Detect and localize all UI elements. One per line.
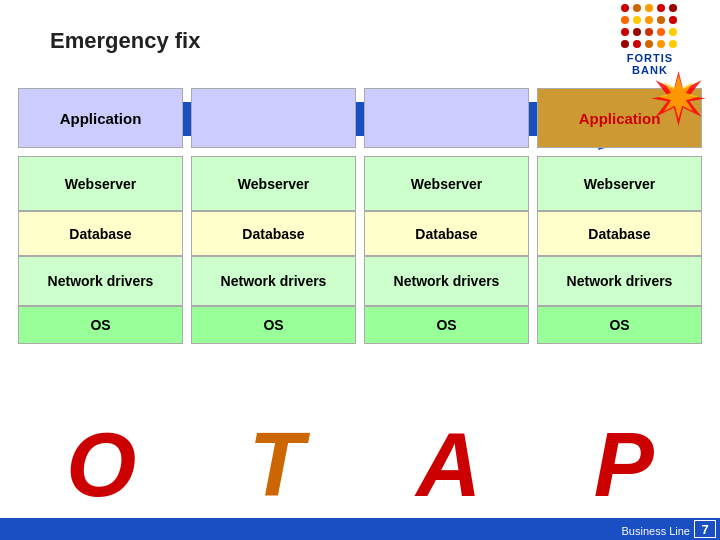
os-cell-col3: OS [364, 306, 529, 344]
network-cell-col2: Network drivers [191, 256, 356, 306]
network-cell-col4: Network drivers [537, 256, 702, 306]
database-cell-col4: Database [537, 211, 702, 256]
webserver-cell-col2: Webserver [191, 156, 356, 211]
logo-text-line2: BANK [632, 64, 668, 76]
svg-marker-2 [658, 76, 698, 119]
app-cell-col1: Application [18, 88, 183, 148]
database-cell-col2: Database [191, 211, 356, 256]
letter-a: A [416, 420, 481, 510]
letter-p: P [594, 420, 654, 510]
webserver-cell-col1: Webserver [18, 156, 183, 211]
column-4-highlighted: Webserver Database Network drivers OS [537, 156, 702, 398]
business-line-label: Business Line [622, 525, 691, 537]
webserver-cell-col3: Webserver [364, 156, 529, 211]
app-cell-col3 [364, 88, 529, 148]
database-cell-col1: Database [18, 211, 183, 256]
network-cell-col1: Network drivers [18, 256, 183, 306]
webserver-cell-col4: Webserver [537, 156, 702, 211]
logo-text-line1: FORTIS [627, 52, 673, 64]
columns-grid: Webserver Database Network drivers OS We… [18, 156, 702, 398]
os-cell-col4: OS [537, 306, 702, 344]
column-3: Webserver Database Network drivers OS [364, 156, 529, 398]
page-number: 7 [694, 520, 716, 538]
fortis-bank-logo: FORTIS BANK [600, 10, 700, 70]
database-cell-col3: Database [364, 211, 529, 256]
page-title: Emergency fix [50, 28, 200, 54]
os-cell-col2: OS [191, 306, 356, 344]
app-cell-col4-highlighted: Application [537, 88, 702, 148]
logo-dots [621, 4, 679, 50]
column-1: Webserver Database Network drivers OS [18, 156, 183, 398]
app-cell-col2 [191, 88, 356, 148]
letter-t: T [249, 420, 304, 510]
bottom-letters-row: O T A P [10, 420, 710, 510]
os-cell-col1: OS [18, 306, 183, 344]
column-2: Webserver Database Network drivers OS [191, 156, 356, 398]
network-cell-col3: Network drivers [364, 256, 529, 306]
letter-o: O [66, 420, 136, 510]
bottom-bar: Business Line 7 [0, 518, 720, 540]
